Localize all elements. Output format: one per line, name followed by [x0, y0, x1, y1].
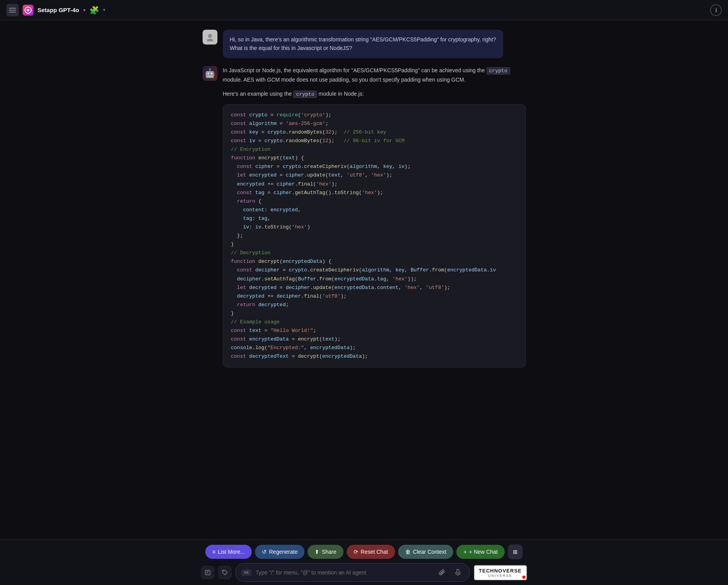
attachment-icon-button[interactable]: [436, 567, 448, 578]
sidebar-toggle-button[interactable]: [6, 4, 19, 16]
ai-intro-text2: module. AES with GCM mode does not use p…: [223, 77, 466, 83]
chat-input-wrapper: ⌘K: [235, 563, 470, 582]
microphone-icon-button[interactable]: [452, 567, 464, 578]
svg-rect-2: [9, 12, 16, 12]
clear-icon: 🗑: [405, 549, 411, 555]
share-icon: ⬆: [315, 549, 319, 555]
ai-message: 🤖 In JavaScript or Node.js, the equivale…: [203, 66, 526, 373]
reset-chat-button[interactable]: ⟳ Reset Chat: [347, 545, 395, 559]
user-bubble: Hi, so in Java, there's an algorithmic t…: [223, 30, 503, 58]
app-logo: [23, 5, 34, 16]
app-title-chevron-icon[interactable]: ▾: [83, 7, 85, 13]
inline-code-crypto2: crypto: [293, 91, 317, 98]
bottom-toolbar: ≡ List More... ↺ Regenerate ⬆ Share ⟳ Re…: [0, 539, 728, 585]
svg-point-9: [223, 571, 224, 572]
svg-rect-6: [205, 570, 210, 575]
code-block: const crypto = require('crypto'); const …: [223, 104, 526, 368]
technoverse-badge: TECHNOVERSE UNIVERSE: [473, 565, 527, 581]
share-button[interactable]: ⬆ Share: [308, 545, 343, 559]
toolbar-buttons-row: ≡ List More... ↺ Regenerate ⬆ Share ⟳ Re…: [205, 544, 523, 559]
list-more-button[interactable]: ≡ List More...: [205, 545, 252, 559]
new-chat-button[interactable]: + + New Chat: [456, 545, 505, 559]
puzzle-icon[interactable]: 🧩: [89, 5, 99, 15]
ai-avatar-img: 🤖: [203, 66, 217, 81]
grid-menu-button[interactable]: ⊞: [508, 544, 523, 559]
code-content: const crypto = require('crypto'); const …: [223, 105, 525, 367]
new-chat-icon: +: [463, 549, 466, 555]
ai-content: In JavaScript or Node.js, the equivalent…: [223, 66, 526, 373]
inline-code-crypto1: crypto: [486, 67, 510, 75]
svg-point-5: [207, 39, 213, 41]
grid-icon: ⊞: [513, 549, 518, 555]
svg-rect-0: [9, 8, 16, 9]
chat-input[interactable]: [256, 569, 433, 576]
user-message: Hi, so in Java, there's an algorithmic t…: [203, 30, 526, 58]
ai-example-intro-text: Here's an example using the: [223, 91, 292, 97]
app-header: Setapp GPT-4o ▾ 🧩 ▾ ℹ: [0, 0, 728, 20]
reset-icon: ⟳: [354, 549, 358, 555]
ai-intro-paragraph: In JavaScript or Node.js, the equivalent…: [223, 66, 526, 85]
chat-area: Hi, so in Java, there's an algorithmic t…: [0, 20, 728, 539]
svg-rect-10: [457, 569, 459, 573]
header-left: Setapp GPT-4o ▾ 🧩 ▾: [6, 4, 105, 16]
tag-icon-button[interactable]: [218, 566, 231, 579]
ai-intro-text: In JavaScript or Node.js, the equivalent…: [223, 67, 485, 73]
info-button[interactable]: ℹ: [710, 4, 722, 16]
note-icon-button[interactable]: [201, 566, 214, 579]
regenerate-icon: ↺: [262, 549, 267, 555]
input-row: ⌘K TECHNOVERSE UNIVERSE: [196, 563, 532, 582]
input-right-icons: [436, 567, 464, 578]
user-avatar: [203, 30, 217, 45]
clear-context-button[interactable]: 🗑 Clear Context: [398, 545, 454, 559]
user-message-text: Hi, so in Java, there's an algorithmic t…: [230, 35, 496, 44]
new-chat-label: + New Chat: [469, 549, 498, 555]
reset-chat-label: Reset Chat: [361, 549, 388, 555]
technoverse-sub: UNIVERSE: [488, 574, 513, 578]
share-label: Share: [322, 549, 336, 555]
user-message-text2: What is the equal for this in Javascript…: [230, 44, 496, 52]
app-title: Setapp GPT-4o: [37, 7, 79, 13]
ai-avatar: 🤖: [203, 66, 217, 81]
svg-point-4: [208, 34, 212, 38]
clear-context-label: Clear Context: [413, 549, 447, 555]
list-more-label: List More...: [218, 549, 245, 555]
technoverse-name: TECHNOVERSE: [479, 568, 522, 574]
red-dot-indicator: [522, 576, 525, 579]
regenerate-label: Regenerate: [269, 549, 297, 555]
extra-icon[interactable]: ▾: [103, 7, 105, 12]
messages-container: Hi, so in Java, there's an algorithmic t…: [196, 30, 532, 373]
regenerate-button[interactable]: ↺ Regenerate: [255, 545, 304, 559]
svg-rect-1: [9, 10, 16, 11]
ai-example-intro-text2: module in Node.js:: [319, 91, 364, 97]
list-icon: ≡: [212, 549, 215, 555]
keyboard-shortcut: ⌘K: [241, 569, 252, 576]
ai-example-intro-paragraph: Here's an example using the crypto modul…: [223, 89, 526, 99]
